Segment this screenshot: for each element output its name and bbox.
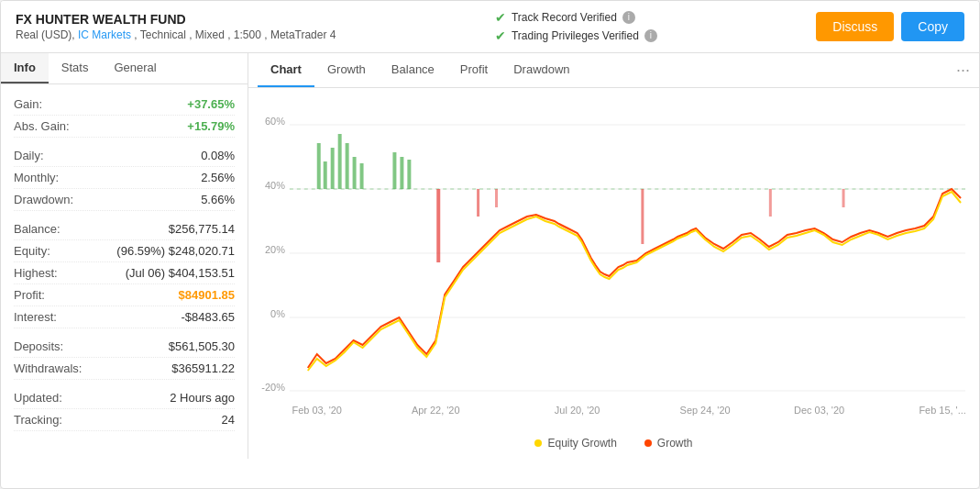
stat-monthly: Monthly: 2.56% bbox=[14, 167, 235, 189]
stat-gain: Gain: +37.65% bbox=[14, 94, 235, 116]
svg-text:20%: 20% bbox=[265, 244, 285, 255]
sidebar-tabs: Info Stats General bbox=[1, 53, 248, 84]
svg-rect-27 bbox=[436, 189, 440, 262]
interest-label: Interest: bbox=[14, 310, 57, 324]
main-body: Info Stats General Gain: +37.65% Abs. Ga… bbox=[1, 53, 979, 459]
equity-growth-label: Equity Growth bbox=[547, 437, 616, 450]
verification-area: ✔ Track Record Verified i ✔ Trading Priv… bbox=[495, 10, 657, 43]
svg-rect-22 bbox=[353, 157, 357, 189]
chart-tab-drawdown[interactable]: Drawdown bbox=[501, 53, 582, 87]
svg-rect-17 bbox=[317, 143, 321, 189]
abs-gain-label: Abs. Gain: bbox=[14, 119, 70, 133]
trading-privileges-verified: ✔ Trading Privileges Verified i bbox=[495, 28, 657, 43]
svg-text:Dec 03, '20: Dec 03, '20 bbox=[794, 405, 844, 416]
stat-drawdown: Drawdown: 5.66% bbox=[14, 189, 235, 211]
svg-rect-26 bbox=[407, 160, 411, 189]
svg-rect-32 bbox=[842, 189, 845, 207]
sidebar-content: Gain: +37.65% Abs. Gain: +15.79% Daily: … bbox=[1, 84, 248, 440]
legend-growth: Growth bbox=[644, 437, 693, 450]
profit-value: $84901.85 bbox=[179, 288, 235, 302]
check-icon-2: ✔ bbox=[495, 28, 506, 43]
svg-rect-21 bbox=[346, 143, 349, 189]
stat-equity: Equity: (96.59%) $248,020.71 bbox=[14, 240, 235, 262]
copy-button[interactable]: Copy bbox=[901, 12, 964, 41]
chart-more-button[interactable]: ··· bbox=[956, 61, 970, 80]
chart-tab-profit[interactable]: Profit bbox=[447, 53, 501, 87]
withdrawals-value: $365911.22 bbox=[171, 361, 235, 375]
discuss-button[interactable]: Discuss bbox=[816, 12, 894, 41]
chart-tab-chart[interactable]: Chart bbox=[258, 53, 314, 87]
stat-daily: Daily: 0.08% bbox=[14, 145, 235, 167]
fund-title: FX HUNTER WEALTH FUND bbox=[16, 12, 336, 27]
daily-label: Daily: bbox=[14, 149, 44, 162]
fund-subtitle: Real (USD), IC Markets , Technical , Mix… bbox=[16, 28, 336, 41]
withdrawals-label: Withdrawals: bbox=[14, 361, 82, 375]
svg-text:40%: 40% bbox=[265, 180, 285, 191]
main-container: FX HUNTER WEALTH FUND Real (USD), IC Mar… bbox=[0, 0, 980, 489]
stat-withdrawals: Withdrawals: $365911.22 bbox=[14, 358, 235, 380]
stat-abs-gain: Abs. Gain: +15.79% bbox=[14, 116, 235, 138]
svg-rect-30 bbox=[641, 189, 644, 244]
header-left: FX HUNTER WEALTH FUND Real (USD), IC Mar… bbox=[16, 12, 336, 41]
stat-highest: Highest: (Jul 06) $404,153.51 bbox=[14, 262, 235, 284]
drawdown-label: Drawdown: bbox=[14, 193, 73, 206]
tracking-value: 24 bbox=[222, 413, 235, 427]
equity-label: Equity: bbox=[14, 244, 50, 258]
svg-text:60%: 60% bbox=[265, 116, 285, 127]
svg-text:0%: 0% bbox=[270, 308, 285, 319]
deposits-value: $561,505.30 bbox=[169, 339, 235, 353]
svg-rect-20 bbox=[338, 134, 342, 189]
stat-interest: Interest: -$8483.65 bbox=[14, 306, 235, 328]
daily-value: 0.08% bbox=[201, 149, 235, 162]
sidebar: Info Stats General Gain: +37.65% Abs. Ga… bbox=[1, 53, 248, 459]
chart-body: .axis-label { font-size: 11px; fill: #99… bbox=[248, 88, 979, 459]
growth-label: Growth bbox=[657, 437, 693, 450]
check-icon-1: ✔ bbox=[495, 10, 506, 25]
growth-dot bbox=[644, 439, 652, 447]
svg-text:Feb 15, '...: Feb 15, '... bbox=[919, 405, 965, 416]
equity-value: (96.59%) $248,020.71 bbox=[116, 244, 235, 258]
svg-rect-25 bbox=[400, 157, 403, 189]
balance-value: $256,775.14 bbox=[169, 222, 235, 236]
svg-rect-28 bbox=[477, 189, 479, 217]
updated-value: 2 Hours ago bbox=[170, 391, 235, 405]
highest-label: Highest: bbox=[14, 266, 58, 280]
stat-balance: Balance: $256,775.14 bbox=[14, 218, 235, 240]
svg-text:Sep 24, '20: Sep 24, '20 bbox=[680, 405, 731, 416]
monthly-label: Monthly: bbox=[14, 171, 59, 184]
track-record-verified: ✔ Track Record Verified i bbox=[495, 10, 657, 25]
stat-tracking: Tracking: 24 bbox=[14, 409, 235, 431]
deposits-label: Deposits: bbox=[14, 339, 63, 353]
svg-rect-31 bbox=[769, 189, 772, 217]
highest-value: (Jul 06) $404,153.51 bbox=[126, 266, 235, 280]
chart-tabs: Chart Growth Balance Profit Drawdown ··· bbox=[248, 53, 979, 88]
sidebar-tab-stats[interactable]: Stats bbox=[49, 53, 102, 83]
chart-tab-growth[interactable]: Growth bbox=[314, 53, 379, 87]
chart-legend: Equity Growth Growth bbox=[258, 431, 970, 459]
stat-deposits: Deposits: $561,505.30 bbox=[14, 336, 235, 358]
chart-tab-balance[interactable]: Balance bbox=[379, 53, 447, 87]
stat-updated: Updated: 2 Hours ago bbox=[14, 387, 235, 409]
svg-rect-24 bbox=[392, 152, 396, 189]
sidebar-tab-general[interactable]: General bbox=[101, 53, 169, 83]
svg-text:Jul 20, '20: Jul 20, '20 bbox=[555, 405, 600, 416]
chart-area: Chart Growth Balance Profit Drawdown ···… bbox=[248, 53, 979, 459]
trading-privileges-info-icon[interactable]: i bbox=[644, 29, 657, 42]
sidebar-tab-info[interactable]: Info bbox=[1, 53, 49, 83]
equity-growth-dot bbox=[534, 439, 542, 447]
legend-equity: Equity Growth bbox=[534, 437, 616, 450]
gain-value: +37.65% bbox=[187, 97, 235, 111]
svg-text:-20%: -20% bbox=[261, 382, 285, 393]
svg-rect-29 bbox=[495, 189, 498, 207]
abs-gain-value: +15.79% bbox=[187, 119, 235, 133]
svg-text:Feb 03, '20: Feb 03, '20 bbox=[292, 405, 342, 416]
svg-rect-19 bbox=[331, 148, 335, 189]
profit-label: Profit: bbox=[14, 288, 45, 302]
header: FX HUNTER WEALTH FUND Real (USD), IC Mar… bbox=[1, 1, 979, 53]
header-buttons: Discuss Copy bbox=[816, 12, 964, 41]
svg-rect-23 bbox=[360, 163, 364, 189]
track-record-info-icon[interactable]: i bbox=[622, 11, 635, 24]
updated-label: Updated: bbox=[14, 391, 62, 405]
ic-markets-link[interactable]: IC Markets bbox=[78, 28, 131, 41]
stat-profit: Profit: $84901.85 bbox=[14, 284, 235, 306]
